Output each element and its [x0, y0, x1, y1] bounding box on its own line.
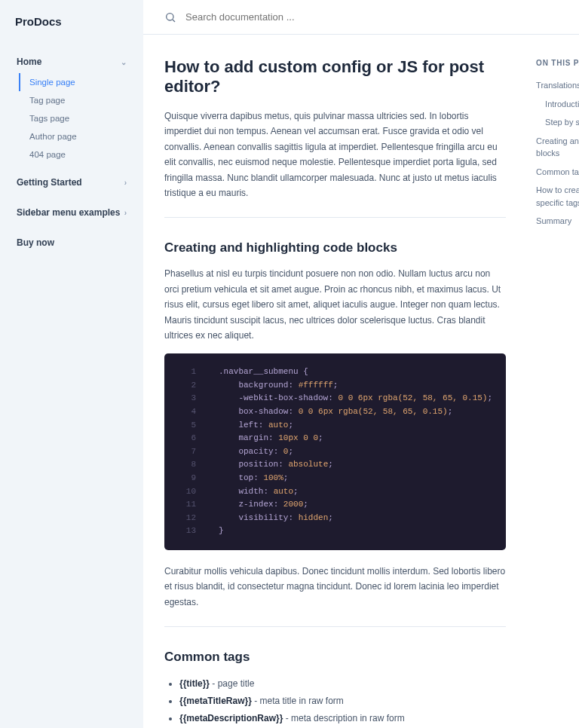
section-text: Phasellus at nisl eu turpis tincidunt po…: [164, 266, 506, 343]
search-input[interactable]: [185, 11, 412, 23]
tag-list-item: {{metaTitleRaw}} - meta title in raw for…: [179, 693, 506, 710]
section-heading-creating: Creating and highlighting code blocks: [164, 240, 506, 255]
tag-list-item: {{metaDescriptionRaw}} - meta descriptio…: [179, 710, 506, 727]
chevron-right-icon: ›: [124, 179, 127, 187]
sidebar: ProDocs Home⌄Single pageTag pageTags pag…: [0, 0, 143, 728]
toc-title: ON THIS PAGE: [536, 59, 579, 67]
main-content: How to add custom config or JS for post …: [164, 57, 506, 728]
divider: [164, 217, 506, 218]
topbar: [143, 0, 579, 35]
intro-text: Quisque viverra dapibus metus, quis pulv…: [164, 109, 506, 200]
nav-section-home[interactable]: Home⌄: [8, 50, 136, 73]
nav-section-buy-now[interactable]: Buy now: [8, 231, 136, 254]
nav-item-tags-page[interactable]: Tags page: [19, 109, 136, 127]
brand-logo[interactable]: ProDocs: [0, 15, 143, 43]
page-title: How to add custom config or JS for post …: [164, 57, 506, 96]
section-text-after: Curabitur mollis vehicula dapibus. Donec…: [164, 564, 506, 610]
svg-line-1: [173, 20, 175, 22]
divider: [164, 626, 506, 627]
nav-section-sidebar-menu-examples[interactable]: Sidebar menu examples›: [8, 201, 136, 224]
section-heading-tags: Common tags: [164, 650, 506, 665]
tag-list-item: {{title}} - page title: [179, 675, 506, 693]
table-of-contents: ON THIS PAGE Translations APIIntroductio…: [536, 57, 579, 728]
nav-item-author-page[interactable]: Author page: [19, 127, 136, 145]
toc-link[interactable]: Creating and highlighting code blocks: [536, 132, 579, 163]
toc-link[interactable]: Summary: [536, 212, 579, 231]
nav-item-single-page[interactable]: Single page: [19, 73, 136, 91]
sidebar-nav: Home⌄Single pageTag pageTags pageAuthor …: [0, 50, 143, 254]
nav-item-404-page[interactable]: 404 page: [19, 145, 136, 164]
toc-link[interactable]: Translations API: [536, 76, 579, 95]
svg-point-0: [167, 13, 173, 20]
nav-section-getting-started[interactable]: Getting Started›: [8, 171, 136, 194]
chevron-right-icon: ›: [124, 209, 127, 217]
toc-link[interactable]: Common tags: [536, 163, 579, 182]
code-block: 1.navbar__submenu {2 background: #ffffff…: [164, 353, 506, 550]
toc-link[interactable]: Introductions: [536, 95, 579, 114]
tag-list: {{title}} - page title{{metaTitleRaw}} -…: [164, 675, 506, 728]
nav-item-tag-page[interactable]: Tag page: [19, 91, 136, 109]
search-icon: [164, 11, 176, 23]
toc-link[interactable]: Step by step instructions: [536, 113, 579, 132]
toc-link[interactable]: How to create a post list from specific …: [536, 181, 579, 212]
chevron-down-icon: ⌄: [121, 58, 127, 66]
